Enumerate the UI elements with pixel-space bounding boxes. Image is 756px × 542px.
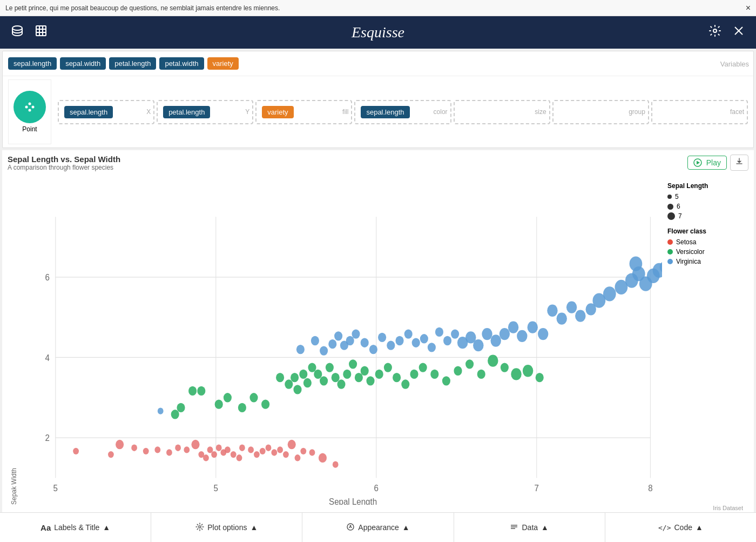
chart-titles: Sepal Length vs. Sepal Width A compariso…	[8, 155, 120, 171]
plot-area: 2 4 6 5 5 6 7 8 Sepal Length	[21, 177, 662, 505]
svg-text:6: 6	[374, 483, 379, 493]
slot-tag-color[interactable]: sepal.length	[361, 106, 409, 118]
tag-variety[interactable]: variety	[207, 57, 239, 70]
settings-icon[interactable]	[708, 24, 721, 41]
svg-point-108	[158, 407, 164, 414]
svg-point-156	[350, 525, 352, 526]
scatter-plot-svg: 2 4 6 5 5 6 7 8 Sepal Length	[21, 177, 662, 505]
svg-point-104	[501, 363, 509, 372]
legend-color-dot-virginica	[667, 259, 673, 264]
app-title: Esquisse	[352, 24, 404, 41]
appearance-button[interactable]: Appearance ▲	[302, 513, 454, 542]
drop-zone-y[interactable]: petal.length Y	[157, 100, 253, 124]
svg-point-131	[473, 339, 483, 351]
svg-point-132	[482, 328, 492, 340]
svg-point-36	[131, 445, 137, 451]
banner-text: Le petit prince, qui me posait beaucoup …	[5, 4, 280, 12]
svg-point-49	[225, 446, 231, 453]
svg-point-107	[536, 373, 544, 382]
svg-point-37	[143, 448, 149, 454]
svg-text:5: 5	[214, 483, 218, 493]
svg-text:Sepal Length: Sepal Length	[329, 496, 377, 505]
svg-point-92	[375, 370, 383, 379]
tag-petal-length[interactable]: petal.length	[109, 57, 156, 70]
svg-point-134	[500, 328, 510, 340]
svg-point-145	[603, 286, 616, 301]
svg-point-84	[326, 363, 334, 372]
tag-sepal-width[interactable]: sepal.width	[60, 57, 106, 70]
svg-point-79	[299, 370, 307, 379]
labels-arrow: ▲	[103, 523, 110, 532]
svg-point-72	[238, 403, 246, 412]
svg-point-119	[378, 333, 386, 342]
svg-point-122	[404, 329, 413, 338]
drop-zone-fill[interactable]: variety fill	[255, 100, 352, 124]
code-button[interactable]: </> Code ▲	[605, 513, 756, 542]
svg-text:7: 7	[535, 483, 539, 493]
chart-title: Sepal Length vs. Sepal Width	[8, 155, 120, 164]
play-button[interactable]: Play	[687, 156, 727, 170]
svg-point-126	[435, 327, 443, 337]
svg-point-41	[184, 446, 190, 453]
svg-point-50	[231, 451, 237, 458]
table-icon[interactable]	[35, 24, 48, 41]
slot-tag-x[interactable]: sepal.length	[64, 106, 113, 118]
chart-header: Sepal Length vs. Sepal Width A compariso…	[8, 155, 748, 171]
svg-point-88	[349, 359, 357, 369]
drop-zone-color-label: color	[434, 108, 448, 116]
legend-virginica: Virginica	[667, 258, 743, 265]
variables-row: sepal.length sepal.width petal.length pe…	[3, 51, 753, 76]
tag-petal-width[interactable]: petal.width	[159, 57, 204, 70]
svg-point-89	[355, 373, 363, 382]
legend-size-label-7: 7	[678, 212, 682, 220]
legend-size-dot-6	[667, 204, 673, 210]
svg-point-77	[291, 373, 299, 382]
chart-legend: Sepal Length 5 6 7 Flower class	[662, 177, 748, 505]
y-axis-label: Sepak Width	[8, 177, 21, 505]
tag-sepal-length[interactable]: sepal.length	[8, 57, 57, 70]
drop-zone-size-label: size	[535, 108, 546, 116]
drop-zone-group[interactable]: group	[552, 100, 649, 124]
play-label: Play	[706, 158, 721, 167]
svg-point-105	[511, 368, 521, 380]
svg-rect-1	[36, 26, 46, 36]
slot-tag-fill[interactable]: variety	[262, 106, 293, 118]
drop-zone-fill-label: fill	[342, 108, 348, 116]
drop-zone-facet[interactable]: facet	[651, 100, 748, 124]
plot-options-button[interactable]: Plot options ▲	[151, 513, 302, 542]
svg-point-142	[575, 310, 585, 322]
svg-point-34	[108, 451, 114, 458]
svg-point-98	[430, 370, 438, 379]
labels-title-button[interactable]: Aa Labels & Title ▲	[0, 513, 151, 542]
svg-point-136	[517, 330, 527, 342]
svg-point-118	[369, 345, 377, 354]
close-icon[interactable]	[732, 24, 745, 41]
legend-versicolor: Versicolor	[667, 248, 743, 256]
svg-point-101	[465, 359, 474, 369]
drop-zone-color[interactable]: sepal.length color	[354, 100, 451, 124]
svg-point-106	[523, 365, 533, 377]
drop-zone-x[interactable]: sepal.length X	[58, 100, 154, 124]
svg-text:8: 8	[648, 483, 652, 493]
svg-point-102	[477, 370, 485, 379]
svg-point-44	[203, 454, 209, 461]
svg-text:4: 4	[45, 352, 50, 363]
legend-size-title: Sepal Length	[667, 182, 743, 190]
svg-point-83	[320, 376, 328, 385]
banner-close[interactable]: ×	[746, 3, 751, 13]
geom-box[interactable]: Point	[8, 79, 51, 144]
db-icon[interactable]	[11, 24, 24, 41]
top-banner: Le petit prince, qui me posait beaucoup …	[0, 0, 756, 16]
svg-marker-15	[697, 161, 700, 165]
data-button[interactable]: Data ▲	[454, 513, 605, 542]
slot-tag-y[interactable]: petal.length	[163, 106, 210, 118]
svg-point-117	[361, 338, 369, 347]
download-button[interactable]	[730, 155, 748, 171]
legend-color-label-setosa: Setosa	[676, 238, 696, 246]
drop-zone-size[interactable]: size	[454, 100, 550, 124]
svg-point-0	[12, 26, 22, 30]
plot-container: Sepak Width 2 4 6	[8, 177, 748, 505]
svg-point-133	[490, 334, 501, 346]
svg-point-123	[412, 338, 420, 347]
legend-size-7: 7	[667, 212, 743, 220]
